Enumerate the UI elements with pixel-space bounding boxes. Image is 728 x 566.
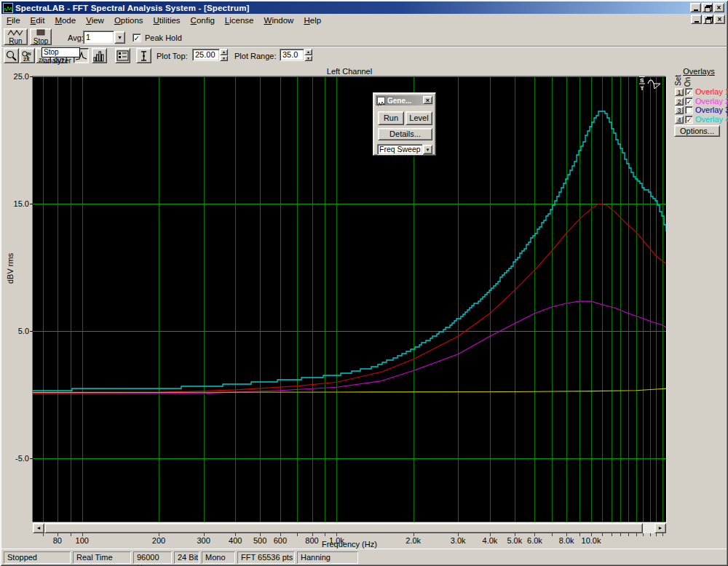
restore-icon[interactable] <box>702 3 713 12</box>
overlay-on-checkbox-1[interactable]: ✓ <box>685 88 693 96</box>
menu-item-options[interactable]: Options <box>109 15 149 25</box>
scrollbar-thumb[interactable] <box>44 523 643 533</box>
generator-level-button[interactable]: Level <box>405 111 432 125</box>
spin-up-icon[interactable]: ▲ <box>304 49 312 55</box>
menu-item-edit[interactable]: Edit <box>25 15 50 25</box>
svg-text:2X: 2X <box>23 57 30 62</box>
menu-item-utilities[interactable]: Utilities <box>149 15 186 25</box>
plot-range-spinner[interactable]: ▲ ▼ <box>304 49 312 61</box>
status-panel: FFT 65536 pts <box>237 551 295 564</box>
tooltip: Stop analyzer <box>41 47 80 57</box>
overlay-set-button-2[interactable]: 2 <box>675 97 684 105</box>
menu-bar: FileEditModeViewOptionsUtilitiesConfigLi… <box>1 14 727 26</box>
generator-mode-dropdown-icon[interactable]: ▼ <box>423 145 432 154</box>
overlay-label-1: Overlay 1 <box>695 87 728 96</box>
plot-range-label: Plot Range: <box>234 52 276 60</box>
svg-text:T: T <box>641 85 644 92</box>
spin-up-icon[interactable]: ▲ <box>220 49 228 55</box>
overlay-on-checkbox-3[interactable] <box>685 106 693 114</box>
y-tick-mark <box>30 76 33 77</box>
menu-item-file[interactable]: File <box>1 15 25 25</box>
overlay-on-checkbox-2[interactable]: ✓ <box>685 97 693 105</box>
svg-text:S: S <box>640 77 644 84</box>
display-options-button[interactable] <box>115 48 130 63</box>
signal-source-icon: S T <box>638 76 664 93</box>
overlay-on-checkbox-4[interactable]: ✓ <box>685 116 693 124</box>
avg-select[interactable]: 1 <box>83 31 114 44</box>
overlay-set-button-1[interactable]: 1 <box>675 88 684 96</box>
mdi-minimize-icon[interactable] <box>691 15 702 24</box>
status-panel: 96000 Hz <box>133 551 172 564</box>
generator-dialog-title: Gene... <box>387 97 411 105</box>
svg-text:IN: IN <box>27 52 31 56</box>
spin-down-icon[interactable]: ▼ <box>304 55 312 62</box>
list-settings-icon <box>116 50 129 61</box>
x-axis-title: Frequency (Hz) <box>33 540 666 549</box>
y-axis-title: dBV rms <box>6 253 15 284</box>
window-title: SpectraLAB - FFT Spectral Analysis Syste… <box>15 4 250 12</box>
scroll-left-icon[interactable]: ◄ <box>33 523 44 533</box>
status-panel: Hanning <box>297 551 358 564</box>
plot-range-input[interactable]: 35.0 <box>280 49 304 61</box>
generator-details-button[interactable]: Details... <box>378 128 432 140</box>
y-tick-label: 25.0 <box>1 72 29 81</box>
menu-item-mode[interactable]: Mode <box>50 15 81 25</box>
y-tick-label: 5.0 <box>1 327 29 335</box>
zoom-in-icon: IN2X <box>21 50 33 62</box>
generator-dialog[interactable]: Gene... × Run Level Details... Freq Swee… <box>373 92 436 156</box>
peak-hold-label: Peak Hold <box>145 33 182 42</box>
title-bar[interactable]: SpectraLAB - FFT Spectral Analysis Syste… <box>1 1 727 14</box>
mdi-restore-icon[interactable] <box>703 15 713 24</box>
toolbar-main: Run Stop Avg: 1 ▼ ✓ Peak Hold <box>1 27 727 47</box>
avg-dropdown-icon[interactable]: ▼ <box>114 31 125 44</box>
status-panel: 24 Bit <box>174 551 199 564</box>
y-tick-label: -5.0 <box>1 454 29 463</box>
generator-icon <box>377 97 385 105</box>
menu-item-license[interactable]: License <box>220 15 259 25</box>
zoom-button[interactable] <box>4 48 19 63</box>
bar-chart-icon <box>93 50 106 62</box>
mdi-close-icon[interactable]: × <box>714 15 725 24</box>
plot-top-spinner[interactable]: ▲ ▼ <box>220 49 228 61</box>
overlay-set-button-4[interactable]: 4 <box>675 116 684 124</box>
plot-top-input[interactable]: 25.00 <box>192 49 220 61</box>
marker-ibeam-icon <box>139 50 149 62</box>
plot-title: Left Channel <box>33 67 666 76</box>
zoom-in-2x-button[interactable]: IN2X <box>20 48 35 63</box>
overlays-options-button[interactable]: Options... <box>674 125 720 137</box>
curve-overlay-1-red <box>33 204 666 393</box>
marker-button[interactable] <box>136 48 151 63</box>
close-icon[interactable]: × <box>713 3 724 12</box>
generator-mode-select[interactable]: Freq Sweep <box>377 144 423 155</box>
overlay-label-2: Overlay 2 <box>695 97 728 105</box>
bar-plot-button[interactable] <box>92 48 107 63</box>
y-tick-mark <box>30 204 33 204</box>
avg-label: Avg: <box>68 33 84 42</box>
overlay-label-4: Overlay 4 <box>695 115 728 124</box>
status-panel: Stopped <box>4 551 71 564</box>
menu-item-config[interactable]: Config <box>186 15 220 25</box>
waveform-icon <box>7 29 25 36</box>
spectrum-plot[interactable] <box>33 76 666 522</box>
y-tick-mark <box>30 458 33 459</box>
menu-item-help[interactable]: Help <box>298 15 326 25</box>
app-icon <box>3 3 13 13</box>
scroll-right-icon[interactable]: ► <box>654 523 666 533</box>
curve-live-trace-yellow <box>33 388 666 392</box>
minimize-icon[interactable] <box>690 3 701 12</box>
run-button[interactable]: Run <box>4 28 28 45</box>
menu-item-view[interactable]: View <box>81 15 109 25</box>
stop-button-label: Stop <box>31 37 51 45</box>
overlay-set-button-3[interactable]: 3 <box>675 106 684 114</box>
horizontal-scrollbar[interactable]: ◄ ► <box>33 523 666 533</box>
menu-item-window[interactable]: Window <box>259 15 299 25</box>
y-tick-label: 15.0 <box>1 199 29 208</box>
stop-button[interactable]: Stop <box>30 28 52 45</box>
spin-down-icon[interactable]: ▼ <box>220 55 228 62</box>
generator-close-icon[interactable]: × <box>423 96 432 104</box>
peak-hold-checkbox[interactable]: ✓ <box>132 33 141 42</box>
plot-top-label: Plot Top: <box>157 52 188 60</box>
curve-peak-hold-cyan <box>33 111 666 391</box>
generator-run-button[interactable]: Run <box>378 111 404 125</box>
run-button-label: Run <box>4 37 27 45</box>
